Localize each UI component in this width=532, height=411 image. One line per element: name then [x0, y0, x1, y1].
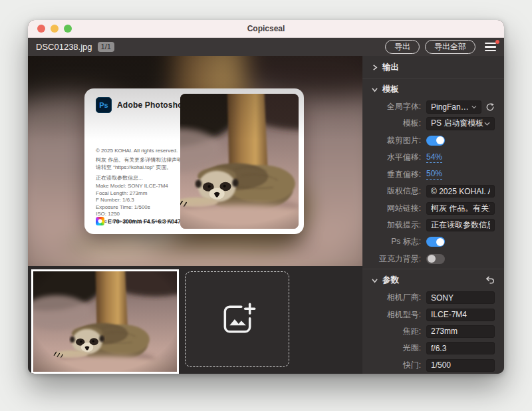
toolbar: DSC01238.jpg 1/1 导出 导出全部 [28, 38, 504, 56]
settings-sidebar: 输出 模板 全局字体: PingFang SC [362, 56, 504, 374]
app-name: Adobe Photoshop [117, 100, 188, 110]
row-ps-logo: Ps 标志: [362, 233, 504, 250]
window-title: Copicseal [28, 24, 504, 33]
shutter-input[interactable] [426, 359, 495, 372]
chevron-down-icon [471, 104, 477, 110]
menu-icon[interactable] [485, 43, 496, 52]
export-all-button[interactable]: 导出全部 [425, 40, 475, 54]
card-photo [180, 94, 299, 229]
row-aperture: 光圈: [362, 340, 504, 356]
template-select[interactable]: PS 启动窗模板 [426, 117, 495, 130]
loading-hint-text: 正在读取参数信息... [96, 174, 143, 182]
row-global-font: 全局字体: PingFang SC [362, 98, 504, 115]
row-crop-image: 裁剪图片: [362, 132, 504, 149]
focal-length-input[interactable] [426, 325, 495, 338]
lens-brand-icon [96, 217, 104, 225]
row-template: 模板: PS 启动窗模板 [362, 115, 504, 132]
lens-label: E 70–300mm F4.5–6.3 A047 [108, 218, 181, 225]
thumbnail-selected[interactable] [31, 269, 179, 374]
row-acrylic-background: 亚克力背景: [362, 251, 504, 267]
row-shutter: 快门: [362, 357, 504, 374]
chevron-down-icon [484, 120, 490, 126]
row-copyright-info: 版权信息: [362, 183, 504, 200]
refresh-fonts-icon[interactable] [485, 102, 495, 112]
chevron-down-icon [372, 86, 378, 92]
notification-dot [495, 40, 499, 44]
global-font-select[interactable]: PingFang SC [426, 100, 481, 114]
lens-row: E 70–300mm F4.5–6.3 A047 [96, 217, 181, 225]
copyright-input[interactable] [426, 185, 495, 198]
row-camera-model: 相机型号: [362, 306, 504, 323]
row-horizontal-offset: 水平偏移: 54% [362, 149, 504, 166]
chevron-down-icon [372, 277, 378, 283]
reset-params-icon[interactable] [485, 276, 495, 285]
loading-hint-input[interactable] [426, 219, 495, 231]
row-loading-hint: 加载提示: [362, 217, 504, 233]
watermark-card[interactable]: Ps Adobe Photoshop © 2025 KOHAI. All rig… [84, 88, 304, 234]
app-window: Copicseal DSC01238.jpg 1/1 导出 导出全部 Ps Ad… [28, 20, 504, 374]
website-link-input[interactable] [426, 202, 495, 215]
photoshop-logo-icon: Ps [96, 97, 112, 113]
brand-row: Ps Adobe Photoshop [96, 97, 188, 113]
add-image-icon [219, 301, 256, 338]
website-text: 柯灰 作品。有关更多详情和法律声明， 请转至 “https://kohai.to… [96, 156, 188, 171]
acrylic-background-toggle[interactable] [426, 254, 445, 264]
titlebar: Copicseal [28, 20, 504, 38]
aperture-input[interactable] [426, 342, 495, 354]
crop-image-toggle[interactable] [426, 136, 445, 146]
camera-make-input[interactable] [426, 291, 495, 304]
copyright-text: © 2025 KOHAI. All rights reserved. [96, 148, 178, 154]
camera-model-input[interactable] [426, 309, 495, 321]
row-website-link: 网站链接: [362, 200, 504, 216]
section-header-template[interactable]: 模板 [362, 80, 504, 98]
divider [362, 269, 504, 269]
section-header-output[interactable]: 输出 [362, 59, 504, 76]
current-filename: DSC01238.jpg [36, 42, 92, 52]
row-camera-make: 相机厂商: [362, 289, 504, 306]
ps-logo-toggle[interactable] [426, 237, 445, 247]
divider [362, 78, 504, 78]
filmstrip [28, 266, 362, 374]
photo-preview[interactable]: Ps Adobe Photoshop © 2025 KOHAI. All rig… [28, 56, 362, 266]
page-indicator-badge: 1/1 [98, 42, 114, 52]
add-image-dropzone[interactable] [185, 271, 289, 367]
row-focal-length: 焦距: [362, 323, 504, 340]
section-header-params[interactable]: 参数 [362, 271, 504, 289]
export-button[interactable]: 导出 [385, 40, 420, 54]
horizontal-offset-value[interactable]: 54% [426, 152, 442, 163]
row-vertical-offset: 垂直偏移: 50% [362, 166, 504, 183]
vertical-offset-value[interactable]: 50% [426, 169, 442, 180]
chevron-right-icon [372, 65, 378, 70]
